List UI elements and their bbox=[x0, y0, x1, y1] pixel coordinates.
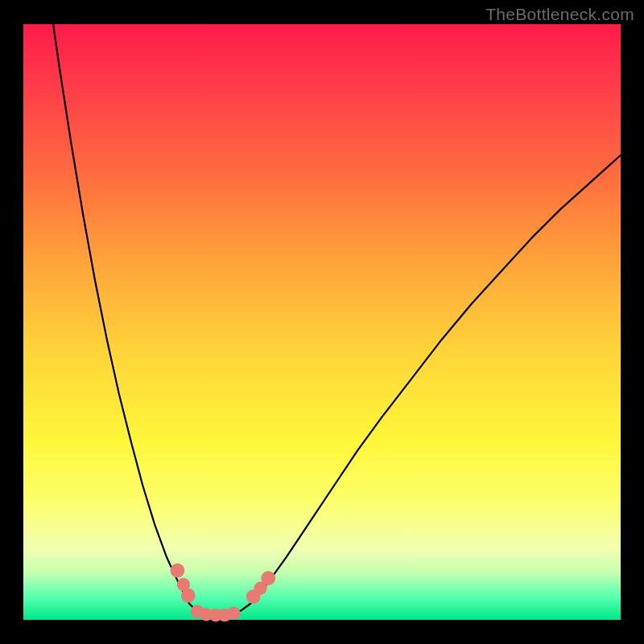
chart-frame: TheBottleneck.com bbox=[0, 0, 644, 644]
curve-marker bbox=[171, 564, 185, 578]
watermark-text: TheBottleneck.com bbox=[485, 5, 634, 24]
curve-marker bbox=[261, 571, 275, 585]
plot-area bbox=[23, 24, 621, 620]
curve-markers bbox=[171, 564, 276, 622]
bottleneck-curve bbox=[53, 24, 621, 615]
chart-svg bbox=[23, 24, 621, 620]
curve-marker bbox=[227, 607, 240, 620]
curve-marker bbox=[181, 588, 196, 603]
